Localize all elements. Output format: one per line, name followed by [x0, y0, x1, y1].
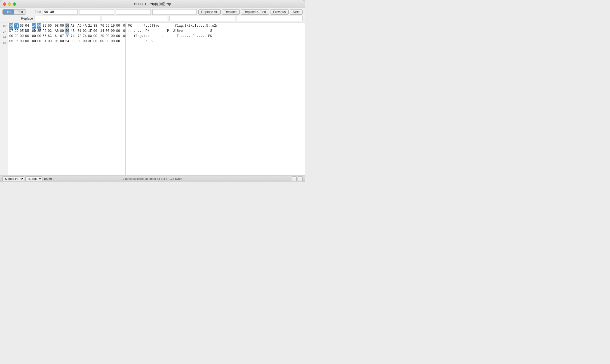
find-input[interactable] [43, 9, 78, 15]
replace-input-4[interactable] [237, 16, 303, 21]
find-input-3[interactable] [116, 9, 150, 15]
hex-byte[interactable]: D5 [25, 29, 29, 34]
hex-byte[interactable]: D7 [9, 29, 13, 34]
replace-input-3[interactable] [170, 16, 235, 21]
hex-byte[interactable]: 00 [116, 23, 120, 29]
hex-byte[interactable]: 67 [60, 34, 64, 39]
type-select[interactable]: Signed Int [2, 176, 24, 181]
hex-byte[interactable]: 00 [105, 29, 110, 34]
hex-byte[interactable]: 00 [60, 39, 64, 44]
hex-byte[interactable]: A3 [70, 23, 75, 29]
hex-byte[interactable]: 00 [93, 29, 97, 34]
maximize-button[interactable] [13, 2, 16, 6]
minimize-button[interactable] [8, 2, 11, 6]
hex-byte[interactable]: 05 [9, 39, 13, 44]
hex-byte[interactable]: 50 [65, 29, 69, 34]
zoom-in-button[interactable]: + [298, 176, 303, 181]
find-input-2[interactable] [79, 9, 114, 15]
hex-byte[interactable]: 00 [9, 34, 13, 39]
find-input-4[interactable] [152, 9, 197, 15]
hex-byte[interactable]: 0C [48, 29, 52, 34]
replace-find-button[interactable]: Replace & Find [241, 9, 269, 15]
hex-byte[interactable]: 0D [32, 29, 36, 34]
hex-byte[interactable]: 00 [116, 29, 120, 34]
hex-byte[interactable]: 20 [14, 34, 19, 39]
hex-byte[interactable]: 00 [20, 39, 24, 44]
endian-select[interactable]: le, dec [25, 176, 42, 181]
hex-byte[interactable]: 00 [105, 39, 110, 44]
hex-byte[interactable]: 38 [93, 23, 97, 29]
hex-byte[interactable]: 00 [105, 34, 110, 39]
hex-byte[interactable]: 00 [60, 23, 64, 29]
hex-byte[interactable]: 65 [105, 23, 110, 29]
hex-byte[interactable]: 5A [65, 39, 69, 44]
hex-byte[interactable]: 00 [60, 29, 64, 34]
replace-input-2[interactable] [102, 16, 168, 21]
hex-byte[interactable]: 01 [42, 39, 47, 44]
close-button[interactable] [3, 2, 6, 6]
hex-byte[interactable]: 00 [70, 39, 75, 44]
replace-button[interactable]: Replace [222, 9, 240, 15]
zoom-out-button[interactable]: − [292, 176, 297, 181]
hex-byte[interactable]: 00 [82, 39, 87, 44]
hex-byte[interactable]: 00 [116, 34, 120, 39]
hex-byte[interactable]: 74 [82, 34, 87, 39]
hex-byte[interactable]: 03 [20, 23, 24, 29]
hex-byte[interactable]: CD [14, 29, 19, 34]
hex-byte[interactable]: 21 [88, 23, 92, 29]
hex-byte[interactable]: 00 [116, 39, 120, 44]
hex-byte[interactable]: 61 [54, 34, 59, 39]
hex-byte[interactable]: 09 [110, 29, 115, 34]
hex-byte[interactable]: 00 [32, 34, 36, 39]
hex-byte[interactable]: 00 [37, 34, 41, 39]
hex-byte[interactable]: 01 [54, 39, 59, 44]
hex-byte[interactable]: 20 [100, 34, 104, 39]
hex-byte[interactable]: 4B [14, 23, 19, 29]
hex-byte[interactable]: 14 [32, 23, 36, 29]
hex-byte[interactable]: 78 [77, 34, 82, 39]
hex-byte[interactable]: 00 [93, 39, 97, 44]
hex-byte[interactable]: 00 [123, 29, 125, 34]
hex-byte[interactable]: 00 [100, 39, 104, 44]
hex-byte[interactable]: 00 [77, 39, 82, 44]
hex-byte[interactable]: 00 [110, 39, 115, 44]
hex-text-toggle[interactable]: Hex Text [2, 9, 26, 15]
hex-byte[interactable]: 00 [93, 34, 97, 39]
hex-byte[interactable]: 50 [9, 23, 13, 29]
hex-byte[interactable]: 00 [123, 34, 125, 39]
hex-byte[interactable]: 09 [42, 23, 47, 29]
hex-byte[interactable]: 66 [42, 34, 47, 39]
hex-byte[interactable]: 74 [70, 34, 75, 39]
hex-byte[interactable]: 00 [32, 39, 36, 44]
hex-byte[interactable]: A8 [54, 29, 59, 34]
hex-byte[interactable]: 14 [100, 29, 104, 34]
hex-byte[interactable]: 00 [110, 34, 115, 39]
hex-byte[interactable]: 01 [77, 29, 82, 34]
hex-byte[interactable]: 02 [82, 29, 87, 34]
hex-byte[interactable]: 4A [82, 23, 87, 29]
hex-byte[interactable]: 00 [25, 34, 29, 39]
hex-button[interactable]: Hex [3, 10, 14, 14]
hex-byte[interactable]: 50 [65, 23, 69, 29]
hex-byte[interactable]: 2E [65, 34, 69, 39]
hex-byte[interactable]: 6C [48, 34, 52, 39]
hex-byte[interactable]: 00 [20, 34, 24, 39]
hex-byte[interactable]: 00 [123, 23, 125, 29]
hex-byte[interactable]: 8E [37, 29, 41, 34]
replace-all-button[interactable]: Replace All [198, 9, 221, 15]
hex-byte[interactable]: 76 [100, 23, 104, 29]
hex-byte[interactable]: 08 [54, 23, 59, 29]
next-button[interactable]: Next [290, 9, 303, 15]
hex-byte[interactable]: 00 [25, 39, 29, 44]
previous-button[interactable]: Previous [270, 9, 289, 15]
hex-byte[interactable]: 00 [37, 39, 41, 44]
hex-byte[interactable]: 00 [37, 23, 41, 29]
hex-byte[interactable]: 00 [48, 39, 52, 44]
hex-byte[interactable]: F2 [42, 29, 47, 34]
hex-byte[interactable]: 1F [88, 29, 92, 34]
hex-byte[interactable]: A5 [77, 23, 82, 29]
text-button[interactable]: Text [14, 10, 26, 14]
hex-byte[interactable]: 0A [88, 34, 92, 39]
hex-byte[interactable]: 00 [48, 23, 52, 29]
hex-byte[interactable]: 0E [20, 29, 24, 34]
